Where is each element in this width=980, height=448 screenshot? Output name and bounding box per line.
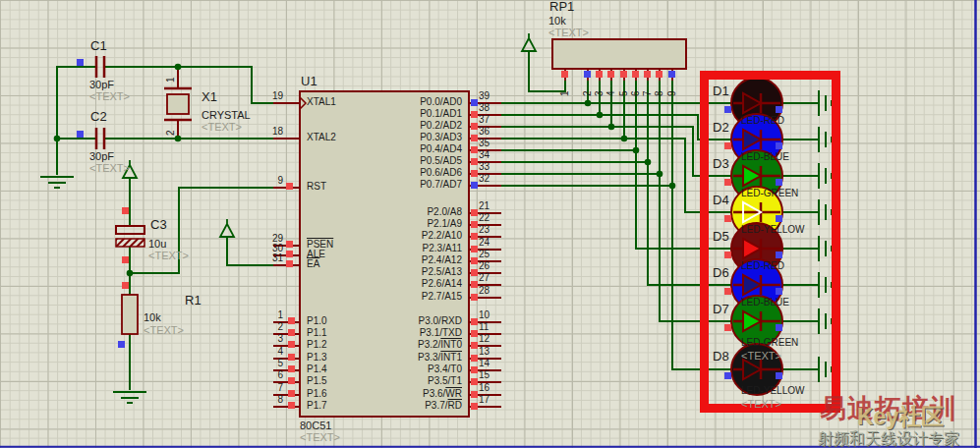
- pin-marker: [471, 209, 478, 216]
- pin-name: P1.3: [307, 353, 327, 363]
- d6-model: LED-BLUE: [741, 298, 789, 308]
- rp1-pin-number: 3: [594, 84, 605, 96]
- pin-number: 39: [479, 91, 490, 101]
- d5-ref: D5: [713, 230, 729, 243]
- pin-name: XTAL1: [307, 97, 336, 107]
- wire-reset-net: [130, 178, 273, 390]
- d7-ref: D7: [713, 303, 729, 315]
- ground-icon: [113, 392, 146, 403]
- pin-name: P3.6/WR: [334, 389, 462, 399]
- c2-text: <TEXT>: [89, 163, 130, 174]
- pin-name: P3.3/INT1: [334, 353, 462, 363]
- pin-number: 17: [479, 395, 490, 405]
- pin-number: 8: [261, 395, 283, 405]
- pin-marker: [596, 71, 603, 78]
- pin-number: 7: [261, 383, 283, 393]
- pin-marker: [471, 403, 478, 410]
- pin-name: P0.4/AD4: [334, 144, 462, 154]
- d5-model: LED-RED: [741, 261, 784, 271]
- pin-name: P2.7/A15: [334, 292, 462, 302]
- pin-number: 37: [479, 115, 490, 125]
- pin-name: P0.7/AD7: [334, 180, 462, 190]
- pin-number: 36: [479, 127, 490, 137]
- pin-marker: [471, 330, 478, 337]
- pin-marker: [471, 378, 478, 385]
- pin-number: 34: [479, 150, 490, 160]
- c1-ref: C1: [90, 39, 107, 52]
- wire-led-cathodes: [782, 103, 819, 369]
- pin-name: RST: [307, 182, 326, 192]
- power-arrow-icon: [220, 219, 234, 237]
- pin-number: 12: [479, 334, 490, 344]
- capacitor-c3[interactable]: [116, 226, 144, 247]
- pin-name: P0.1/AD1: [334, 109, 462, 119]
- pin-number: 9: [261, 176, 283, 186]
- rp1-text: <TEXT>: [548, 28, 589, 38]
- pin-marker: [724, 252, 731, 258]
- resistor-pack-rp1[interactable]: [552, 39, 686, 81]
- pin-name: P1.2: [307, 340, 327, 350]
- resistor-r1[interactable]: [122, 295, 138, 334]
- rp1-pin-number: 2: [582, 84, 594, 96]
- pin-number: 2: [261, 322, 283, 332]
- pin-marker: [286, 260, 293, 267]
- pin-marker: [776, 215, 782, 222]
- pin-name: P1.0: [307, 316, 327, 326]
- pin-marker: [724, 324, 731, 331]
- pin-number: 23: [479, 225, 490, 235]
- pin-number: 5: [261, 359, 283, 368]
- watermark-overlay: Key社区: [857, 402, 944, 432]
- pin-marker: [471, 246, 478, 252]
- pin-marker: [471, 294, 478, 301]
- pin-marker: [471, 257, 478, 264]
- pin-name: P1.7: [307, 401, 327, 411]
- pin-name: XTAL2: [307, 133, 336, 142]
- d7-text: <TEXT>: [741, 351, 781, 362]
- pin-marker: [471, 342, 478, 349]
- ground-icon: [819, 357, 832, 382]
- pin-marker: [471, 99, 478, 106]
- d3-model: LED-GREEN: [741, 189, 798, 198]
- pin-marker: [118, 341, 125, 348]
- r1-ref: R1: [185, 294, 202, 307]
- d8-text: <TEXT>: [741, 399, 781, 410]
- rp1-value: 10k: [548, 16, 566, 27]
- d4-ref: D4: [713, 194, 729, 206]
- pin-name: P2.4/A12: [334, 255, 462, 265]
- d3-ref: D3: [713, 157, 729, 170]
- capacitor-c1[interactable]: [96, 56, 104, 78]
- pin-number: 1: [261, 310, 283, 320]
- pin-marker: [471, 135, 478, 141]
- pin-number: 22: [479, 213, 490, 223]
- u1-text: <TEXT>: [300, 432, 340, 443]
- pin-name: P0.6/AD6: [334, 168, 462, 178]
- d7-model: LED-GREEN: [741, 338, 798, 348]
- schematic-canvas: [0, 0, 980, 448]
- rp1-pin-number: 6: [630, 84, 642, 96]
- pin-number: 6: [261, 370, 283, 380]
- pin-marker: [288, 390, 295, 397]
- x1-pin1-number: 1: [165, 71, 177, 83]
- pin-marker: [776, 179, 782, 186]
- pin-marker: [607, 71, 614, 78]
- d8-model: LED-YELLOW: [741, 386, 804, 396]
- pin-marker: [288, 402, 295, 409]
- pin-marker: [471, 158, 478, 165]
- pin-marker: [471, 146, 478, 153]
- pin-marker: [776, 142, 782, 149]
- pin-number: 4: [261, 347, 283, 357]
- pin-number: 26: [479, 261, 490, 271]
- pin-number: 35: [479, 139, 490, 148]
- pin-marker: [471, 123, 478, 130]
- pin-marker: [122, 207, 129, 214]
- capacitor-c2[interactable]: [96, 128, 104, 149]
- schematic-sheet: C1 30pF <TEXT> C2 30pF <TEXT> X1 CRYSTAL…: [0, 0, 980, 448]
- pin-name: P1.1: [307, 328, 327, 338]
- pin-name: P1.4: [307, 364, 327, 374]
- u1-ref: U1: [301, 75, 317, 87]
- u1-model: 80C51: [300, 420, 331, 431]
- ground-icon: [819, 90, 832, 116]
- rp1-pin-number: 1: [559, 84, 571, 96]
- pin-name: P2.0/A8: [334, 207, 462, 217]
- pin-marker: [776, 252, 782, 258]
